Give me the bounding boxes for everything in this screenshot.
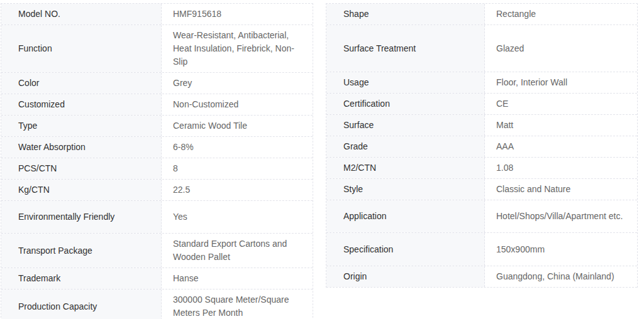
spec-value-cell: Matt: [485, 115, 637, 136]
table-row: Specification150x900mm: [326, 233, 637, 266]
spec-label-cell: Grade: [326, 136, 485, 157]
table-row: StyleClassic and Nature: [326, 179, 637, 200]
table-row: UsageFloor, Interior Wall: [326, 72, 637, 94]
spec-value-cell: 8: [162, 158, 313, 179]
spec-value-cell: AAA: [485, 136, 637, 157]
table-row: Environmentally FriendlyYes: [1, 201, 313, 234]
table-row: Kg/CTN22.5: [1, 180, 313, 201]
spec-value-cell: Wear-Resistant, Antibacterial, Heat Insu…: [162, 25, 313, 72]
spec-value-cell: 1.08: [485, 158, 637, 178]
table-row: ApplicationHotel/Shops/Villa/Apartment e…: [326, 200, 637, 233]
spec-label-cell: Type: [1, 116, 162, 136]
table-row: CustomizedNon-Customized: [1, 94, 313, 116]
spec-label-cell: Model NO.: [1, 4, 162, 24]
table-row: Surface TreatmentGlazed: [326, 25, 637, 72]
table-row: PCS/CTN8: [1, 158, 313, 180]
table-row: ColorGrey: [1, 73, 313, 94]
spec-label-cell: Surface: [326, 115, 485, 136]
table-row: Water Absorption6-8%: [1, 137, 313, 158]
spec-label-cell: Customized: [1, 94, 162, 115]
spec-value-cell: 6-8%: [162, 137, 313, 158]
spec-value-cell: Grey: [162, 73, 313, 94]
product-specifications-section: Model NO.HMF915618FunctionWear-Resistant…: [0, 0, 644, 319]
table-row: TrademarkHanse: [1, 268, 313, 289]
spec-label-cell: Usage: [326, 72, 485, 93]
spec-label-cell: Certification: [326, 94, 485, 114]
table-row: FunctionWear-Resistant, Antibacterial, H…: [1, 25, 313, 73]
spec-label-cell: Specification: [326, 233, 485, 266]
table-row: ShapeRectangle: [326, 4, 637, 25]
spec-value-cell: 300000 Square Meter/Square Meters Per Mo…: [162, 289, 313, 319]
spec-value-cell: 150x900mm: [485, 233, 637, 266]
spec-value-cell: Yes: [162, 201, 313, 233]
table-row: Model NO.HMF915618: [1, 4, 313, 25]
spec-label-cell: Transport Package: [1, 234, 162, 268]
spec-label-cell: Environmentally Friendly: [1, 201, 162, 233]
spec-label-cell: M2/CTN: [326, 158, 485, 178]
table-row: TypeCeramic Wood Tile: [1, 116, 313, 137]
spec-value-cell: Rectangle: [485, 4, 637, 24]
spec-value-cell: CE: [485, 94, 637, 114]
spec-label-cell: Trademark: [1, 268, 162, 289]
spec-label-cell: PCS/CTN: [1, 158, 162, 179]
spec-value-cell: Glazed: [485, 25, 637, 72]
spec-label-cell: Shape: [326, 4, 485, 24]
spec-table-left: Model NO.HMF915618FunctionWear-Resistant…: [1, 3, 313, 319]
table-row: GradeAAA: [326, 136, 637, 158]
spec-value-cell: Hotel/Shops/Villa/Apartment etc.: [485, 200, 637, 232]
spec-value-cell: 22.5: [162, 180, 313, 200]
table-row: Production Capacity300000 Square Meter/S…: [1, 289, 313, 319]
spec-value-cell: Guangdong, China (Mainland): [485, 266, 637, 287]
table-row: SurfaceMatt: [326, 115, 637, 136]
spec-value-cell: HMF915618: [162, 4, 313, 24]
spec-label-cell: Application: [326, 200, 485, 232]
spec-value-cell: Ceramic Wood Tile: [162, 116, 313, 136]
spec-label-cell: Style: [326, 179, 485, 200]
spec-value-cell: Non-Customized: [162, 94, 313, 115]
table-row: M2/CTN1.08: [326, 158, 637, 179]
spec-value-cell: Hanse: [162, 268, 313, 289]
spec-value-cell: Standard Export Cartons and Wooden Palle…: [162, 234, 313, 268]
spec-value-cell: Classic and Nature: [485, 179, 637, 200]
spec-label-cell: Water Absorption: [1, 137, 162, 158]
table-row: CertificationCE: [326, 94, 637, 115]
table-row: Transport PackageStandard Export Cartons…: [1, 234, 313, 268]
spec-label-cell: Kg/CTN: [1, 180, 162, 200]
spec-label-cell: Color: [1, 73, 162, 94]
spec-label-cell: Production Capacity: [1, 289, 162, 319]
spec-label-cell: Surface Treatment: [326, 25, 485, 72]
spec-table-right: ShapeRectangleSurface TreatmentGlazedUsa…: [326, 3, 638, 288]
table-row: OriginGuangdong, China (Mainland): [326, 266, 637, 288]
spec-label-cell: Origin: [326, 266, 485, 287]
spec-label-cell: Function: [1, 25, 162, 72]
spec-value-cell: Floor, Interior Wall: [485, 72, 637, 93]
